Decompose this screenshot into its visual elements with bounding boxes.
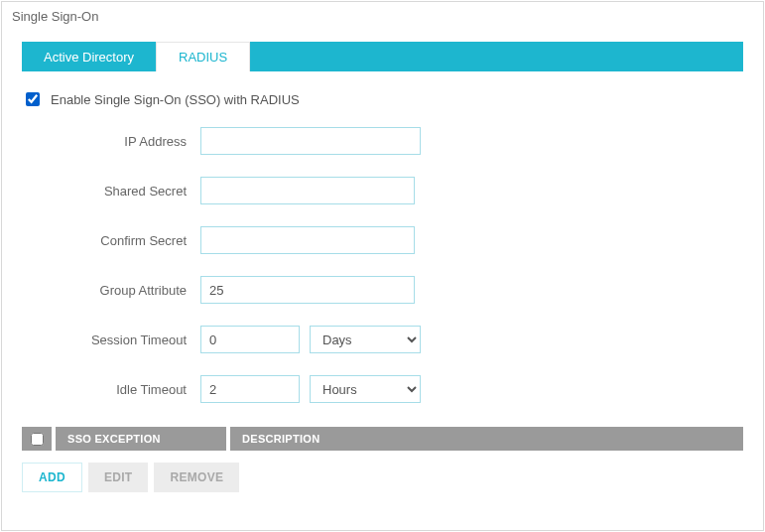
col-description: DESCRIPTION	[230, 427, 743, 451]
input-ip[interactable]	[200, 127, 421, 155]
label-ip: IP Address	[22, 134, 200, 149]
sso-panel: Single Sign-On Active Directory RADIUS E…	[1, 1, 764, 531]
exception-buttons: ADD EDIT REMOVE	[22, 463, 743, 492]
select-all-checkbox[interactable]	[31, 433, 44, 446]
label-confirm-secret: Confirm Secret	[22, 233, 200, 248]
enable-row: Enable Single Sign-On (SSO) with RADIUS	[22, 89, 743, 109]
tab-radius[interactable]: RADIUS	[156, 42, 250, 71]
label-session-timeout: Session Timeout	[22, 332, 200, 347]
radius-content: Enable Single Sign-On (SSO) with RADIUS …	[2, 71, 763, 532]
panel-title: Single Sign-On	[2, 2, 763, 24]
input-shared-secret[interactable]	[200, 177, 415, 204]
header-checkbox-cell	[22, 427, 52, 451]
input-group-attribute[interactable]	[200, 276, 415, 304]
enable-sso-label: Enable Single Sign-On (SSO) with RADIUS	[51, 92, 300, 107]
row-session-timeout: Session Timeout Days	[22, 320, 743, 369]
select-session-unit[interactable]: Days	[310, 326, 421, 353]
remove-button[interactable]: REMOVE	[154, 463, 239, 492]
label-shared-secret: Shared Secret	[22, 184, 200, 199]
label-group-attribute: Group Attribute	[22, 283, 200, 298]
tab-bar: Active Directory RADIUS	[22, 42, 743, 71]
enable-sso-checkbox[interactable]	[26, 92, 40, 106]
exception-table-header: SSO EXCEPTION DESCRIPTION	[22, 427, 743, 451]
row-ip: IP Address	[22, 121, 743, 171]
input-session-timeout[interactable]	[200, 326, 300, 353]
input-idle-timeout[interactable]	[200, 375, 300, 403]
row-confirm-secret: Confirm Secret	[22, 220, 743, 270]
tab-active-directory[interactable]: Active Directory	[22, 42, 156, 71]
add-button[interactable]: ADD	[22, 463, 82, 492]
row-idle-timeout: Idle Timeout Hours	[22, 369, 743, 419]
row-group-attribute: Group Attribute	[22, 270, 743, 320]
label-idle-timeout: Idle Timeout	[22, 382, 200, 397]
input-confirm-secret[interactable]	[200, 226, 415, 254]
col-sso-exception: SSO EXCEPTION	[56, 427, 226, 451]
edit-button[interactable]: EDIT	[88, 463, 149, 492]
select-idle-unit[interactable]: Hours	[310, 375, 421, 403]
row-shared-secret: Shared Secret	[22, 171, 743, 220]
